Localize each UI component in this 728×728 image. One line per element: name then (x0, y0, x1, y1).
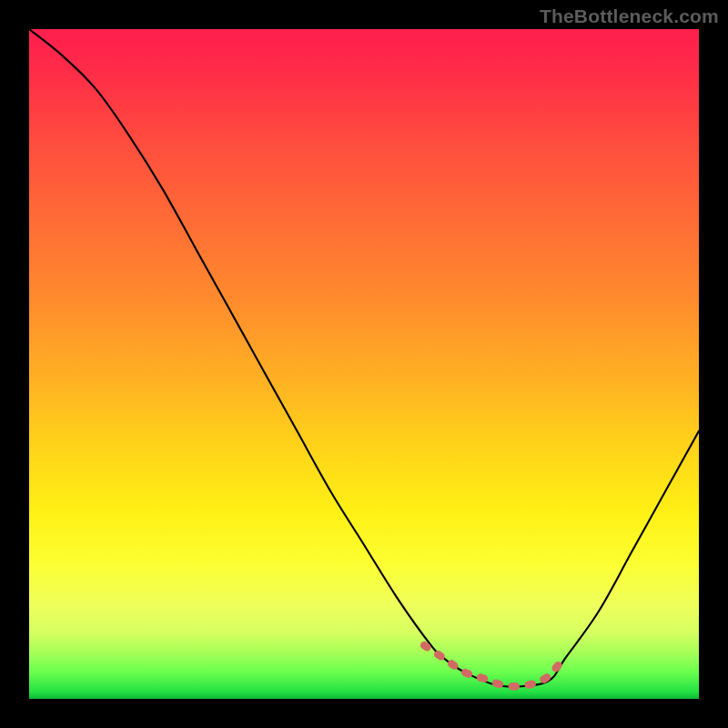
bottleneck-chart (29, 29, 699, 699)
chart-frame: TheBottleneck.com (0, 0, 728, 728)
optimal-basin-dots (424, 645, 558, 686)
plot-area (29, 29, 699, 699)
watermark-text: TheBottleneck.com (540, 5, 719, 27)
bottleneck-curve (29, 29, 699, 687)
